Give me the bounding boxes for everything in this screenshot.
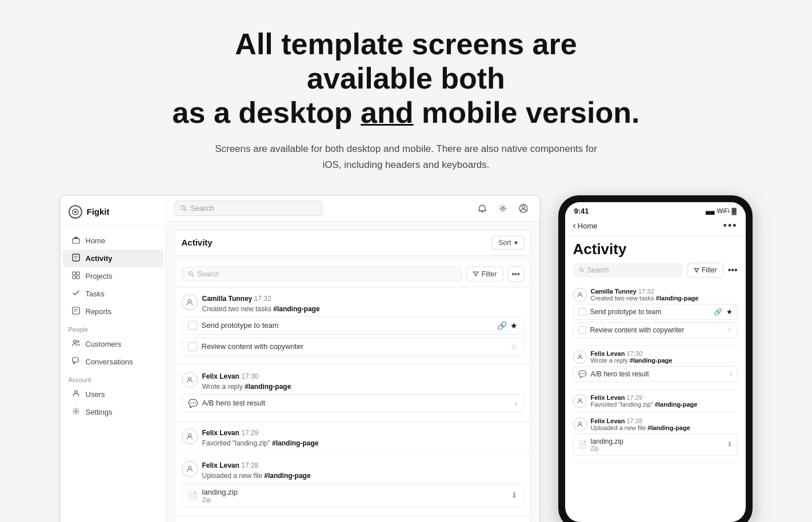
- reply-item-ab-test[interactable]: 💬 A/B hero test result ›: [182, 394, 524, 412]
- svg-rect-7: [77, 272, 79, 275]
- svg-line-19: [185, 209, 186, 211]
- svg-point-14: [77, 340, 79, 343]
- activity-user-row-4: Felix Levan 17:28 Uploaded a new file #l…: [182, 460, 524, 480]
- phone-more-button[interactable]: •••: [723, 220, 738, 232]
- reports-icon: [71, 307, 81, 316]
- search-box[interactable]: Search: [174, 200, 323, 216]
- desktop-app: Figkit Home Activity: [60, 195, 540, 522]
- avatar-btn[interactable]: [515, 200, 531, 216]
- phone-status-icons: ▄▄ WiFi ▓: [706, 207, 737, 214]
- phone-user-row-2: Felix Levan 17:30 Wrote a reply #landing…: [573, 350, 738, 364]
- task-label-2: Review content with copywriter: [202, 342, 506, 351]
- star-icon-filled[interactable]: ★: [510, 321, 518, 330]
- activity-user-row-3: Felix Levan 17:29 Favorited "landing.zip…: [182, 427, 524, 448]
- avatar-felix-1: [182, 372, 198, 388]
- phone-file-item[interactable]: 📄 landing.zip Zip ⬇: [573, 433, 738, 456]
- svg-point-1: [74, 211, 77, 213]
- phone-screen: 9:41 ▄▄ WiFi ▓ ‹ Home ••• Activity: [565, 202, 746, 522]
- phone-reply-label: A/B hero test result: [591, 370, 726, 378]
- svg-point-35: [579, 422, 581, 424]
- activity-user-row-1: Camilla Tunney 17:32 Created two new tas…: [182, 293, 524, 314]
- phone-user-row-3: Felix Levan 17:29 Favorited "landing.zip…: [573, 394, 738, 408]
- phone-task-checkbox-2[interactable]: [578, 326, 586, 334]
- phone-reply-item[interactable]: 💬 A/B hero test result ›: [573, 366, 738, 382]
- signal-icon: ▄▄: [706, 207, 715, 214]
- screens-row: Figkit Home Activity: [12, 195, 801, 522]
- logo-text: Figkit: [87, 207, 110, 216]
- download-icon[interactable]: ⬇: [511, 491, 518, 500]
- phone-download-icon[interactable]: ⬇: [727, 440, 733, 448]
- phone-status-bar: 9:41 ▄▄ WiFi ▓: [565, 202, 746, 218]
- phone-more-options[interactable]: •••: [728, 265, 738, 275]
- file-item-landing-zip[interactable]: 📄 landing.zip Zip ⬇: [182, 483, 524, 508]
- phone-reply-icon: 💬: [578, 370, 587, 378]
- sidebar-item-settings[interactable]: Settings: [63, 403, 163, 421]
- task-checkbox-2[interactable]: [188, 342, 197, 351]
- phone-task-send-prototype[interactable]: Send prototype to team 🔗 ★: [573, 304, 738, 320]
- file-info: landing.zip Zip: [202, 488, 506, 503]
- mobile-phone: 9:41 ▄▄ WiFi ▓ ‹ Home ••• Activity: [558, 195, 753, 522]
- sidebar-item-tasks[interactable]: Tasks: [63, 285, 163, 303]
- tasks-icon: [71, 289, 81, 299]
- back-arrow-icon: ‹: [573, 220, 576, 231]
- activity-header: Activity Sort ▾: [174, 230, 531, 256]
- phone-activity-text-3: Felix Levan 17:29 Favorited "landing.zip…: [591, 394, 698, 408]
- sidebar-item-conversations[interactable]: Conversations: [63, 353, 163, 371]
- account-section-label: Account: [61, 371, 166, 386]
- activity-title: Activity: [182, 238, 213, 247]
- link-icon[interactable]: 🔗: [497, 321, 507, 330]
- file-icon: 📄: [188, 491, 198, 500]
- phone-back-button[interactable]: ‹ Home: [573, 220, 598, 231]
- svg-rect-2: [73, 239, 79, 243]
- phone-filter-icon: [694, 267, 699, 273]
- phone-search-input[interactable]: Search: [573, 263, 683, 278]
- main-content: Search Activity: [166, 196, 539, 522]
- phone-filter-button[interactable]: Filter: [687, 263, 723, 278]
- hero-headline: All template screens are available both …: [172, 27, 641, 130]
- phone-file-name: landing.zip: [591, 437, 723, 445]
- sidebar-item-label-users: Users: [86, 390, 105, 399]
- sidebar-item-users[interactable]: Users: [63, 386, 163, 403]
- sidebar-item-projects[interactable]: Projects: [63, 267, 163, 285]
- activity-info-3: Felix Levan 17:29 Favorited "landing.zip…: [202, 427, 319, 448]
- sort-button[interactable]: Sort ▾: [492, 236, 523, 250]
- sidebar-item-reports[interactable]: Reports: [63, 303, 163, 320]
- filter-button[interactable]: Filter: [466, 267, 503, 282]
- activity-user-row-2: Felix Levan 17:30 Wrote a reply #landing…: [182, 371, 524, 391]
- sidebar-item-customers[interactable]: Customers: [63, 335, 163, 353]
- phone-activity-text-4: Felix Levan 17:28 Uploaded a new file #l…: [591, 417, 690, 431]
- phone-search-placeholder: Search: [587, 266, 609, 274]
- battery-icon: ▓: [731, 207, 736, 214]
- notifications-icon-btn[interactable]: [474, 200, 490, 216]
- sidebar-item-label-settings: Settings: [86, 408, 113, 416]
- phone-activity-item-2: Felix Levan 17:30 Wrote a reply #landing…: [573, 346, 738, 390]
- gear-icon-btn[interactable]: [495, 200, 511, 216]
- activity-search-input[interactable]: Search: [182, 267, 462, 282]
- activity-item-3: Felix Levan 17:29 Favorited "landing.zip…: [175, 421, 531, 454]
- phone-header: ‹ Home •••: [565, 218, 746, 236]
- more-options-button[interactable]: •••: [508, 266, 524, 282]
- svg-point-13: [73, 340, 76, 343]
- settings-icon: [71, 407, 81, 417]
- phone-star-icon-empty[interactable]: ☆: [726, 326, 733, 334]
- sidebar-item-home[interactable]: Home: [63, 232, 163, 250]
- task-checkbox-1[interactable]: [188, 321, 197, 330]
- phone-task-checkbox-1[interactable]: [578, 308, 586, 316]
- file-type: Zip: [202, 496, 506, 503]
- task-item-review-content[interactable]: Review content with copywriter ☆: [182, 338, 524, 356]
- task-item-send-prototype[interactable]: Send prototype to team 🔗 ★: [182, 316, 524, 335]
- activity-icon: [71, 254, 81, 263]
- phone-task-review-content[interactable]: Review content with copywriter ☆: [573, 322, 738, 338]
- sidebar-item-label-reports: Reports: [86, 307, 112, 316]
- svg-rect-15: [73, 358, 78, 362]
- sidebar-item-activity[interactable]: Activity: [63, 250, 163, 267]
- phone-time: 9:41: [574, 207, 589, 215]
- sidebar-logo: Figkit: [61, 196, 166, 226]
- star-icon-empty[interactable]: ☆: [510, 342, 518, 351]
- phone-avatar-felix-3: [573, 417, 587, 431]
- svg-point-20: [501, 207, 503, 210]
- phone-star-icon-filled[interactable]: ★: [726, 308, 733, 316]
- phone-link-icon[interactable]: 🔗: [714, 308, 722, 316]
- phone-search-icon: [579, 267, 585, 273]
- activity-list: Camilla Tunney 17:32 Created two new tas…: [174, 287, 531, 522]
